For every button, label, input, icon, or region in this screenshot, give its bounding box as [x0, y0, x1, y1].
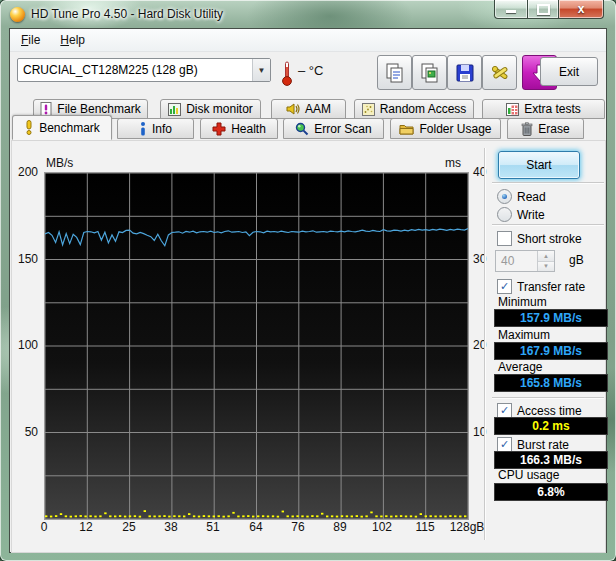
tab-folder-usage[interactable]: Folder Usage	[390, 118, 501, 139]
tab-health[interactable]: Health	[200, 118, 278, 139]
maximum-label: Maximum	[498, 328, 550, 342]
tick-label: 38	[164, 520, 177, 534]
window-controls: x	[494, 0, 604, 19]
short-stroke-checkbox[interactable]: Short stroke	[497, 231, 582, 246]
write-radio[interactable]: Write	[497, 207, 545, 222]
menu-bar: File Help	[10, 29, 606, 52]
toolbar: CRUCIAL_CT128M225 (128 gB) ▼ – °C	[10, 52, 606, 96]
tab-error-scan[interactable]: Error Scan	[283, 118, 384, 139]
tick-label: 128gB	[450, 520, 485, 534]
tab-disk-monitor[interactable]: Disk monitor	[160, 99, 261, 119]
tab-random-access[interactable]: Random Access	[354, 99, 474, 119]
y-axis-ticks-left: 20015010050	[12, 172, 40, 518]
tab-info[interactable]: Info	[117, 118, 194, 139]
erase-icon	[521, 122, 533, 136]
read-radio[interactable]: Read	[497, 189, 546, 204]
copy-text-icon	[384, 62, 406, 84]
tick-label: 0	[41, 520, 48, 534]
benchmark-icon	[24, 120, 34, 135]
start-label: Start	[526, 158, 551, 172]
tick-label: 100	[18, 338, 38, 352]
burst-rate-label: Burst rate	[517, 438, 569, 452]
extra-tests-icon	[506, 103, 519, 116]
tab-label: Extra tests	[524, 102, 581, 116]
tab-label: Health	[231, 122, 266, 136]
start-button[interactable]: Start	[498, 151, 580, 179]
tick-label: 89	[333, 520, 346, 534]
stroke-size-value: 40	[496, 251, 537, 271]
y-axis-unit-right: ms	[445, 156, 461, 170]
tick-label: 64	[249, 520, 262, 534]
health-icon	[212, 122, 226, 136]
stepper-down-icon[interactable]: ▼	[538, 262, 554, 272]
menu-help[interactable]: Help	[51, 30, 94, 50]
minimize-button[interactable]	[494, 0, 527, 19]
checkbox-checked-icon: ✓	[497, 403, 512, 418]
tab-label: Disk monitor	[186, 102, 253, 116]
tab-label: Benchmark	[39, 121, 100, 135]
cpu-usage-value: 6.8%	[494, 483, 608, 501]
access-time-checkbox[interactable]: ✓ Access time	[497, 403, 582, 418]
burst-rate-checkbox[interactable]: ✓ Burst rate	[497, 437, 569, 452]
tab-label: Folder Usage	[419, 122, 491, 136]
temperature-readout: – °C	[298, 63, 323, 78]
cpu-usage-label: CPU usage	[498, 468, 559, 482]
average-label: Average	[498, 360, 542, 374]
chevron-down-icon[interactable]: ▼	[252, 59, 270, 81]
tick-label: 51	[206, 520, 219, 534]
read-label: Read	[517, 190, 546, 204]
options-button[interactable]	[482, 55, 517, 90]
close-icon: x	[578, 3, 585, 15]
access-time-label: Access time	[517, 404, 582, 418]
write-label: Write	[517, 208, 545, 222]
minimum-value: 157.9 MB/s	[494, 309, 608, 327]
tab-erase[interactable]: Erase	[507, 118, 584, 139]
tab-benchmark[interactable]: Benchmark	[12, 115, 112, 140]
copy-image-icon	[419, 62, 441, 84]
thermometer-icon	[280, 59, 294, 87]
stepper-up-icon[interactable]: ▲	[538, 251, 554, 262]
tools-icon	[489, 62, 511, 84]
tab-label: Info	[152, 122, 172, 136]
short-stroke-size-stepper[interactable]: 40 ▲ ▼	[495, 250, 555, 272]
checkbox-checked-icon: ✓	[497, 279, 512, 294]
tab-label: Error Scan	[314, 122, 371, 136]
save-button[interactable]	[447, 55, 482, 90]
x-axis-ticks: 012253851647689102115128gB	[44, 520, 467, 534]
exit-button[interactable]: Exit	[540, 57, 598, 86]
menu-file[interactable]: File	[12, 30, 49, 50]
tick-label: 115	[415, 520, 434, 534]
tab-extra-tests[interactable]: Extra tests	[482, 99, 605, 119]
minimum-label: Minimum	[498, 295, 547, 309]
copy-text-button[interactable]	[377, 55, 412, 90]
app-icon	[10, 7, 25, 22]
app-window: HD Tune Pro 4.50 - Hard Disk Utility x F…	[0, 0, 616, 561]
tab-label: Erase	[538, 122, 569, 136]
random-access-icon	[362, 103, 375, 116]
stepper-buttons[interactable]: ▲ ▼	[537, 251, 554, 271]
checkbox-unchecked-icon	[497, 231, 512, 246]
tab-strip: File Benchmark Disk monitor AAM Random A…	[10, 98, 606, 141]
save-icon	[454, 62, 476, 84]
tab-aam[interactable]: AAM	[271, 99, 346, 119]
disk-monitor-icon	[168, 103, 181, 116]
transfer-rate-label: Transfer rate	[517, 280, 585, 294]
tick-label: 200	[18, 165, 38, 179]
maximize-button[interactable]	[527, 0, 558, 19]
copy-image-button[interactable]	[412, 55, 447, 90]
separator	[492, 224, 604, 226]
short-stroke-label: Short stroke	[517, 232, 582, 246]
drive-select-dropdown[interactable]: CRUCIAL_CT128M225 (128 gB) ▼	[17, 58, 271, 82]
tick-label: 50	[25, 425, 38, 439]
transfer-rate-checkbox[interactable]: ✓ Transfer rate	[497, 279, 585, 294]
temperature-value: –	[298, 63, 305, 78]
close-button[interactable]: x	[558, 0, 604, 19]
tab-label: File Benchmark	[57, 102, 140, 116]
maximize-icon	[537, 4, 550, 15]
exit-label: Exit	[559, 65, 579, 79]
error-scan-icon	[295, 122, 309, 136]
maximum-value: 167.9 MB/s	[494, 342, 608, 360]
checkbox-checked-icon: ✓	[497, 437, 512, 452]
file-benchmark-icon	[40, 102, 52, 116]
tab-label: AAM	[305, 102, 331, 116]
